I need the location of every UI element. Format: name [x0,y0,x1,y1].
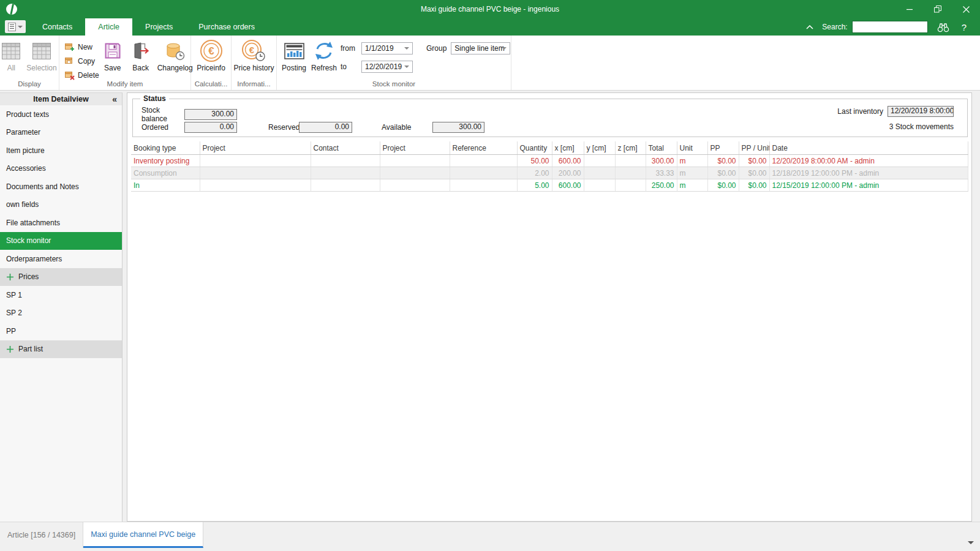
table-row[interactable]: Inventory posting 50.00 600.00 300.00 m … [131,155,968,167]
back-button[interactable]: Back [126,36,156,72]
column-header[interactable]: Date [769,141,968,155]
table-cell[interactable]: 33.33 [646,167,677,179]
available-field[interactable]: 300.00 [432,122,484,133]
to-date-picker[interactable]: 12/20/2019 [361,61,413,73]
copy-button[interactable]: Copy [64,54,99,68]
sidebar-item-part-list[interactable]: Part list [0,340,122,359]
table-cell[interactable] [311,155,380,167]
sidebar-item-pp[interactable]: PP [0,322,122,340]
table-cell[interactable]: $0.00 [707,179,739,192]
column-header[interactable]: Booking type [131,141,200,155]
table-cell[interactable]: 12/18/2019 12:00:00 PM - admin [769,167,968,179]
stock-balance-field[interactable]: 300.00 [184,109,237,120]
sidebar-item-accessories[interactable]: Accessories [0,160,122,178]
table-cell[interactable]: 12/15/2019 12:00:00 PM - admin [769,179,968,192]
table-cell[interactable] [584,179,615,192]
sidebar-item-documents-and-notes[interactable]: Documents and Notes [0,178,122,196]
column-header[interactable]: z [cm] [615,141,646,155]
table-cell[interactable]: Inventory posting [131,155,200,167]
table-cell[interactable]: 600.00 [552,155,584,167]
table-cell[interactable] [380,155,450,167]
sidebar-item-item-picture[interactable]: Item picture [0,141,122,160]
table-cell[interactable]: 250.00 [646,179,677,192]
new-button[interactable]: New [64,40,99,54]
table-cell[interactable] [584,155,615,167]
table-cell[interactable]: m [677,179,707,192]
table-cell[interactable]: $0.00 [739,167,769,179]
table-cell[interactable]: $0.00 [707,155,739,167]
collapse-ribbon-button[interactable] [806,25,813,29]
restore-button[interactable] [924,0,952,18]
doc-tab-current-article[interactable]: Maxi guide channel PVC beige [83,522,203,548]
doc-tab-article-list[interactable]: Article [156 / 14369] [0,522,83,548]
table-cell[interactable] [615,179,646,192]
table-cell[interactable] [584,167,615,179]
table-cell[interactable] [380,179,450,192]
collapse-sidebar-button[interactable]: « [112,93,117,105]
sidebar-item-prices[interactable]: Prices [0,268,122,287]
column-header[interactable]: PP / Unit [739,141,769,155]
search-go-button[interactable] [937,22,949,32]
column-header[interactable]: x [cm] [552,141,584,155]
search-input[interactable] [852,21,928,33]
table-cell[interactable]: 5.00 [517,179,552,192]
table-cell[interactable]: $0.00 [739,155,769,167]
table-cell[interactable] [450,155,517,167]
table-cell[interactable]: 12/20/2019 8:00:00 AM - admin [769,155,968,167]
app-menu-button[interactable] [5,20,26,33]
table-cell[interactable] [615,155,646,167]
table-cell[interactable]: m [677,155,707,167]
tab-article[interactable]: Article [85,18,132,36]
column-header[interactable]: Reference [450,141,517,155]
save-button[interactable]: Save [99,36,126,72]
sidebar-item-parameter[interactable]: Parameter [0,124,122,142]
table-cell[interactable] [200,179,311,192]
table-cell[interactable] [615,167,646,179]
sidebar-item-sp1[interactable]: SP 1 [0,286,122,304]
column-header[interactable]: Unit [677,141,707,155]
sidebar-item-own-fields[interactable]: own fields [0,196,122,214]
sidebar-item-file-attachments[interactable]: File attachments [0,214,122,232]
column-header[interactable]: Project [380,141,450,155]
table-cell[interactable] [311,167,380,179]
column-header[interactable]: Project [200,141,311,155]
ordered-field[interactable]: 0.00 [184,122,237,133]
table-cell[interactable]: 50.00 [517,155,552,167]
all-button[interactable]: All [2,36,20,72]
table-cell[interactable] [450,179,517,192]
tab-contacts[interactable]: Contacts [29,18,85,36]
column-header[interactable]: PP [707,141,739,155]
help-button[interactable]: ? [962,22,967,32]
refresh-button[interactable]: Refresh [309,36,339,72]
table-cell[interactable]: $0.00 [739,179,769,192]
reserved-field[interactable]: 0.00 [299,122,352,133]
table-row[interactable]: Consumption 2.00 200.00 33.33 m $0.00 $0… [131,167,968,179]
table-cell[interactable]: m [677,167,707,179]
table-row[interactable]: In 5.00 600.00 250.00 m $0.00 $0.00 12/1… [131,179,968,192]
sidebar-item-sp2[interactable]: SP 2 [0,304,122,323]
table-cell[interactable] [311,179,380,192]
minimize-button[interactable] [895,0,924,18]
tab-list-dropdown-button[interactable] [968,541,974,544]
selection-button[interactable]: Selection [26,36,56,72]
column-header[interactable]: Total [646,141,677,155]
sidebar-item-product-texts[interactable]: Product texts [0,105,122,124]
table-cell[interactable] [380,167,450,179]
table-cell[interactable] [200,167,311,179]
table-cell[interactable] [200,155,311,167]
group-filter-dropdown[interactable]: Single line item [451,42,510,54]
posting-button[interactable]: Posting [279,36,309,72]
table-cell[interactable]: 600.00 [552,179,584,192]
tab-projects[interactable]: Projects [132,18,186,36]
sidebar-item-stock-monitor[interactable]: Stock monitor [0,232,122,250]
tab-purchase-orders[interactable]: Purchase orders [186,18,268,36]
priceinfo-button[interactable]: € Priceinfo [197,36,225,72]
close-button[interactable] [952,0,980,18]
changelog-button[interactable]: Changelog [156,36,195,72]
column-header[interactable]: Quantity [517,141,552,155]
column-header[interactable]: Contact [311,141,380,155]
table-cell[interactable]: 2.00 [517,167,552,179]
from-date-picker[interactable]: 1/1/2019 [361,42,413,54]
sidebar-item-orderparameters[interactable]: Orderparameters [0,250,122,268]
last-inventory-field[interactable]: 12/20/2019 8:00:00 AM [888,106,954,117]
